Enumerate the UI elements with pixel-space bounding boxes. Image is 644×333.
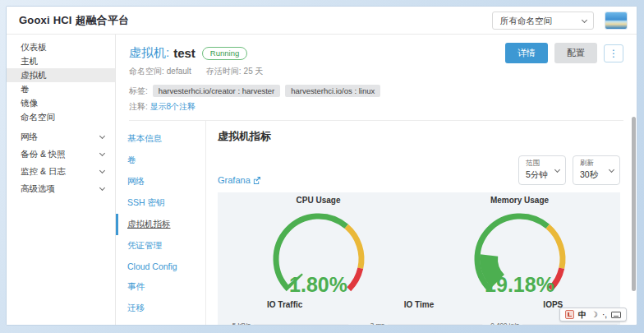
sidebar-item-networks[interactable]: 网络 (7, 128, 115, 146)
namespace-value: default (167, 67, 191, 76)
more-actions-button[interactable]: ⋮ (604, 44, 623, 62)
ime-logo-icon[interactable] (565, 310, 574, 319)
chevron-down-icon (554, 167, 560, 173)
tag-chip: harvesterhci.io/creator : harvester (153, 85, 281, 97)
gauge-value: 19.18% (434, 273, 606, 297)
cpu-usage-gauge: CPU Usage 1.80% (218, 196, 419, 298)
chevron-down-icon (99, 150, 105, 156)
resource-type-label: 虚拟机: (129, 45, 169, 61)
age-value: 25 天 (244, 67, 264, 76)
sidebar-item-volumes[interactable]: 卷 (7, 82, 115, 96)
tab-credentials[interactable]: 凭证管理 (116, 235, 205, 257)
ime-punctuation-toggle[interactable]: ·, (602, 310, 607, 319)
metrics-dashboard: CPU Usage 1.80% Memory Usage (218, 192, 620, 326)
screenshot-frame: Gooxi HCI 超融合平台 所有命名空间 仪表板 主机 虚拟机 卷 镜像 命… (0, 0, 644, 333)
sidebar: 仪表板 主机 虚拟机 卷 镜像 命名空间 网络 备份 & 快照 监控 & 日志 … (7, 35, 116, 325)
memory-usage-gauge: Memory Usage 19.18% (419, 196, 620, 298)
tab-events[interactable]: 事件 (116, 276, 205, 298)
age-label: 存活时间: (206, 67, 242, 76)
range-select[interactable]: 范围 5分钟 (518, 155, 566, 185)
namespace-dropdown-value: 所有命名空间 (500, 16, 552, 25)
annotations-label: 注释: (129, 102, 148, 111)
external-link-icon (253, 177, 260, 184)
user-avatar[interactable] (605, 12, 627, 29)
chart-title: IO Traffic (218, 300, 352, 309)
chevron-down-icon (582, 16, 587, 22)
config-button[interactable]: 配置 (554, 43, 597, 63)
tab-cloud-config[interactable]: Cloud Config (116, 257, 205, 276)
chevron-down-icon (99, 185, 105, 191)
sidebar-item-virtual-machines[interactable]: 虚拟机 (7, 68, 115, 82)
area-chart: 5 kB/s4 kB/s3 kB/s (218, 309, 352, 326)
io-traffic-chart: IO Traffic 5 kB/s4 kB/s3 kB/s (218, 300, 352, 326)
ime-keyboard-icon[interactable] (611, 312, 621, 318)
tab-vm-metrics[interactable]: 虚拟机指标 (116, 214, 205, 235)
chevron-down-icon (99, 168, 105, 173)
metrics-section-title: 虚拟机指标 (218, 129, 620, 144)
page-header: 虚拟机: test Running 详情 配置 ⋮ 命名空间:default存活… (116, 35, 637, 121)
namespace-label: 命名空间: (129, 67, 164, 76)
top-bar: Gooxi HCI 超融合平台 所有命名空间 (7, 7, 637, 35)
chart-title: Memory Usage (419, 196, 620, 205)
sidebar-item-dashboard[interactable]: 仪表板 (7, 40, 115, 54)
refresh-select[interactable]: 刷新 30秒 (573, 155, 620, 185)
tab-ssh-keys[interactable]: SSH 密钥 (116, 192, 205, 214)
sidebar-item-backup-snapshot[interactable]: 备份 & 快照 (7, 146, 115, 163)
sidebar-item-hosts[interactable]: 主机 (7, 54, 115, 68)
app-title: Gooxi HCI 超融合平台 (19, 13, 129, 28)
app-window: Gooxi HCI 超融合平台 所有命名空间 仪表板 主机 虚拟机 卷 镜像 命… (6, 6, 637, 326)
vertical-scrollbar[interactable] (632, 117, 636, 291)
tags-label: 标签: (129, 86, 148, 97)
chevron-down-icon (609, 167, 614, 173)
range-label: 范围 (526, 159, 549, 169)
chart-title: CPU Usage (218, 196, 419, 205)
sidebar-item-monitoring-logs[interactable]: 监控 & 日志 (7, 163, 115, 180)
tag-chip: harvesterhci.io/os : linux (285, 85, 380, 97)
sidebar-item-images[interactable]: 镜像 (7, 96, 115, 110)
area-chart: 2 ms1.50 ms1 ms (352, 309, 485, 326)
tab-networks[interactable]: 网络 (116, 171, 205, 192)
sidebar-item-advanced[interactable]: 高级选项 (7, 180, 115, 197)
svg-text:0.400 io/s: 0.400 io/s (490, 321, 519, 326)
ime-toolbar[interactable]: 中 ☽ ·, (559, 308, 627, 321)
sidebar-item-namespaces[interactable]: 命名空间 (7, 110, 115, 124)
ime-fullwidth-moon-icon[interactable]: ☽ (591, 310, 598, 319)
page-title: test (173, 46, 196, 60)
chart-title: IO Time (352, 300, 485, 309)
resource-meta: 命名空间:default存活时间:25 天 (129, 66, 623, 77)
svg-text:2 ms: 2 ms (370, 321, 384, 326)
svg-text:5 kB/s: 5 kB/s (232, 321, 251, 326)
chevron-down-icon (99, 133, 105, 139)
status-badge: Running (202, 47, 247, 60)
details-button[interactable]: 详情 (505, 43, 548, 63)
gauge-value: 1.80% (232, 273, 405, 297)
show-annotations-link[interactable]: 显示8个注释 (150, 102, 196, 111)
detail-subnav: 基本信息 卷 网络 SSH 密钥 虚拟机指标 凭证管理 Cloud Config… (116, 121, 206, 325)
ime-language-toggle[interactable]: 中 (578, 310, 586, 319)
range-value: 5分钟 (526, 169, 549, 181)
tab-migration[interactable]: 迁移 (116, 298, 205, 319)
tab-volumes[interactable]: 卷 (116, 150, 205, 171)
grafana-link[interactable]: Grafana (218, 175, 260, 185)
refresh-label: 刷新 (580, 159, 603, 169)
io-time-chart: IO Time 2 ms1.50 ms1 ms (352, 300, 485, 326)
tab-basic-info[interactable]: 基本信息 (116, 128, 205, 150)
namespace-dropdown[interactable]: 所有命名空间 (492, 12, 594, 30)
refresh-value: 30秒 (580, 169, 603, 181)
